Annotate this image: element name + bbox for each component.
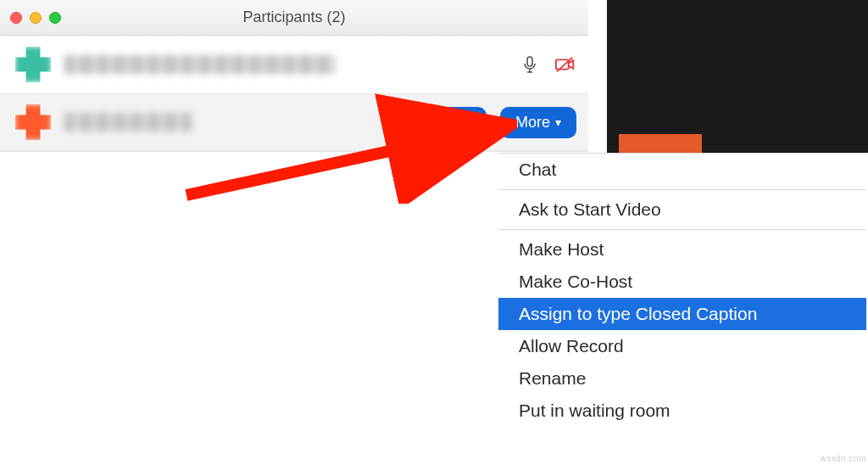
menu-item-allow-record[interactable]: Allow Record (498, 330, 866, 362)
mute-button[interactable]: Mute (422, 107, 487, 138)
mute-button-label: Mute (437, 114, 471, 132)
svg-rect-0 (527, 57, 532, 66)
more-context-menu: Chat Ask to Start Video Make Host Make C… (498, 153, 866, 427)
avatar (15, 47, 51, 82)
participants-panel: Participants (2) Mute (0, 0, 588, 152)
maximize-window-button[interactable] (49, 12, 61, 24)
menu-item-assign-cc[interactable]: Assign to type Closed Caption (498, 298, 866, 330)
menu-item-make-cohost[interactable]: Make Co-Host (498, 266, 866, 298)
window-title: Participants (2) (0, 8, 588, 26)
menu-item-make-host[interactable]: Make Host (498, 233, 866, 266)
chevron-down-icon: ▾ (555, 115, 561, 129)
more-button[interactable]: More ▾ (500, 107, 576, 138)
titlebar: Participants (2) (0, 0, 588, 36)
menu-separator (498, 229, 866, 230)
microphone-icon[interactable] (519, 53, 541, 76)
watermark: wsxdn.com (820, 454, 866, 463)
menu-item-chat[interactable]: Chat (498, 154, 866, 186)
menu-item-waiting-room[interactable]: Put in waiting room (498, 395, 866, 427)
svg-rect-1 (556, 59, 569, 69)
participant-name-redacted (64, 55, 336, 74)
window-controls (10, 12, 61, 24)
avatar (15, 104, 51, 140)
minimize-window-button[interactable] (30, 12, 42, 24)
menu-item-rename[interactable]: Rename (498, 362, 866, 395)
participant-row-host[interactable] (0, 36, 588, 93)
video-off-icon[interactable] (554, 53, 576, 76)
participant-row-guest[interactable]: Mute More ▾ (0, 93, 588, 151)
menu-separator (498, 189, 866, 190)
close-window-button[interactable] (10, 12, 22, 24)
background-dark-panel (607, 0, 868, 153)
menu-item-ask-start-video[interactable]: Ask to Start Video (498, 193, 866, 226)
participant-name-redacted (64, 113, 192, 132)
more-button-label: More (515, 114, 550, 132)
